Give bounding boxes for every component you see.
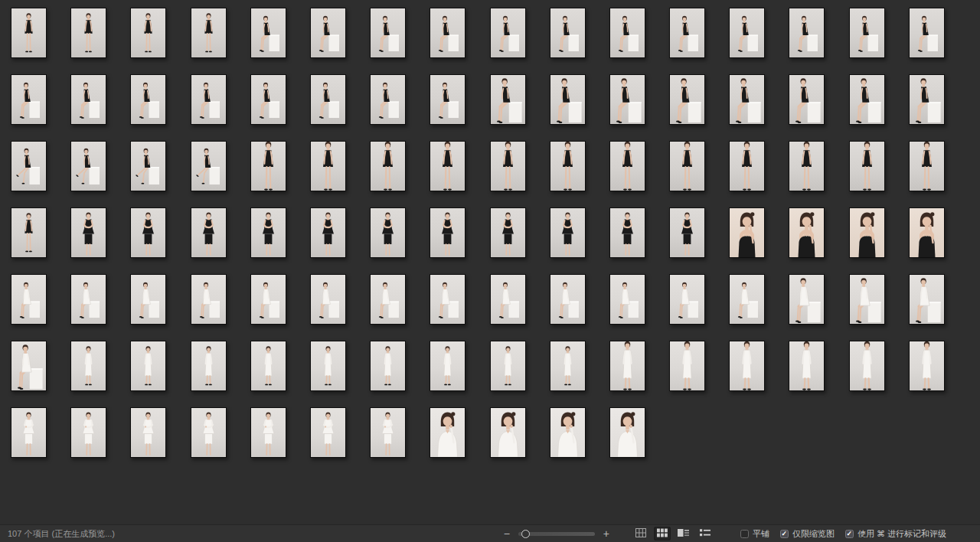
details-view-button[interactable]: [675, 527, 692, 540]
grid-lock-view-button[interactable]: [632, 527, 649, 540]
thumbnail[interactable]: [490, 207, 526, 258]
thumbnail[interactable]: [789, 141, 825, 191]
thumbnail[interactable]: [430, 141, 466, 191]
thumbnail[interactable]: [490, 407, 526, 458]
slider-knob[interactable]: [521, 530, 530, 538]
thumbnail[interactable]: [669, 207, 705, 258]
thumbnail[interactable]: [191, 141, 227, 191]
thumbnail[interactable]: [70, 274, 106, 325]
thumbnail[interactable]: [11, 207, 47, 258]
thumbnail[interactable]: [370, 207, 406, 258]
thumbnail[interactable]: [430, 207, 466, 258]
thumbnail[interactable]: [130, 407, 166, 458]
thumbnail[interactable]: [70, 341, 106, 391]
thumbnail[interactable]: [370, 141, 406, 191]
thumbnail[interactable]: [669, 341, 705, 391]
thumbnail[interactable]: [849, 341, 885, 391]
thumbnail[interactable]: [789, 274, 825, 325]
option-thumbnails-only[interactable]: 仅限缩览图: [780, 528, 835, 540]
thumbnail[interactable]: [729, 8, 765, 58]
thumbnail[interactable]: [310, 8, 346, 58]
thumbnail[interactable]: [250, 74, 286, 125]
thumbnail[interactable]: [609, 74, 645, 125]
thumbnail[interactable]: [191, 207, 227, 258]
thumbnail[interactable]: [130, 74, 166, 125]
thumbnail[interactable]: [669, 141, 705, 191]
thumbnail[interactable]: [550, 141, 586, 191]
thumbnail[interactable]: [250, 141, 286, 191]
thumbnail[interactable]: [609, 341, 645, 391]
thumbnail[interactable]: [669, 274, 705, 325]
slider-track[interactable]: [518, 532, 595, 536]
thumbnail[interactable]: [250, 207, 286, 258]
thumbnail[interactable]: [609, 207, 645, 258]
thumbnail[interactable]: [70, 207, 106, 258]
thumbnail[interactable]: [609, 274, 645, 325]
option-cmd-rating[interactable]: 使用 ⌘ 进行标记和评级: [845, 528, 946, 540]
thumbnail[interactable]: [130, 141, 166, 191]
thumbnail[interactable]: [909, 207, 945, 258]
thumbnail[interactable]: [909, 274, 945, 325]
thumbnail[interactable]: [310, 274, 346, 325]
thumbnail[interactable]: [191, 341, 227, 391]
thumbnail[interactable]: [310, 141, 346, 191]
thumbnail[interactable]: [11, 274, 47, 325]
thumbnail[interactable]: [849, 141, 885, 191]
thumbnail[interactable]: [191, 74, 227, 125]
thumbnail[interactable]: [430, 8, 466, 58]
thumbnail-size-slider[interactable]: [518, 529, 595, 538]
thumbnail[interactable]: [130, 207, 166, 258]
thumbnail[interactable]: [789, 8, 825, 58]
thumbnail[interactable]: [789, 341, 825, 391]
thumbnail[interactable]: [550, 407, 586, 458]
thumbnail[interactable]: [550, 274, 586, 325]
thumbnail[interactable]: [550, 207, 586, 258]
thumbnail[interactable]: [609, 8, 645, 58]
thumbnail[interactable]: [191, 407, 227, 458]
tile-checkbox[interactable]: [740, 530, 749, 538]
thumbnail[interactable]: [430, 74, 466, 125]
thumbnail[interactable]: [11, 8, 47, 58]
thumbnail[interactable]: [490, 74, 526, 125]
thumbnail[interactable]: [729, 341, 765, 391]
thumbnail[interactable]: [370, 341, 406, 391]
thumbnail[interactable]: [430, 274, 466, 325]
zoom-in-button[interactable]: +: [601, 528, 612, 539]
thumbnail[interactable]: [490, 274, 526, 325]
thumbnail[interactable]: [370, 8, 406, 58]
thumbnail[interactable]: [909, 141, 945, 191]
thumbnail[interactable]: [430, 407, 466, 458]
list-view-button[interactable]: [697, 527, 714, 540]
thumbnail[interactable]: [310, 74, 346, 125]
thumbnail[interactable]: [789, 74, 825, 125]
thumbnail[interactable]: [250, 8, 286, 58]
thumbnail[interactable]: [70, 407, 106, 458]
option-tile[interactable]: 平铺: [740, 528, 769, 540]
thumbnail[interactable]: [729, 141, 765, 191]
thumbnail[interactable]: [11, 74, 47, 125]
thumbnail[interactable]: [609, 141, 645, 191]
thumbnail[interactable]: [849, 74, 885, 125]
thumbnail[interactable]: [430, 341, 466, 391]
thumbnail[interactable]: [609, 407, 645, 458]
thumbnail[interactable]: [669, 8, 705, 58]
thumbnail[interactable]: [70, 8, 106, 58]
cmd-rating-checkbox[interactable]: [845, 530, 854, 538]
thumbnail[interactable]: [490, 341, 526, 391]
thumbnail[interactable]: [191, 274, 227, 325]
zoom-out-button[interactable]: −: [501, 528, 512, 539]
thumbnail[interactable]: [729, 74, 765, 125]
thumbnail[interactable]: [310, 407, 346, 458]
thumbnail[interactable]: [550, 341, 586, 391]
thumbnail[interactable]: [310, 207, 346, 258]
thumbnail[interactable]: [909, 341, 945, 391]
thumbnail[interactable]: [310, 341, 346, 391]
thumbnail[interactable]: [11, 341, 47, 391]
thumbnail[interactable]: [250, 274, 286, 325]
thumbnail[interactable]: [849, 207, 885, 258]
thumbnails-only-checkbox[interactable]: [780, 530, 789, 538]
thumbnail[interactable]: [130, 274, 166, 325]
thumbnail[interactable]: [370, 274, 406, 325]
thumbnail[interactable]: [729, 207, 765, 258]
thumbnail[interactable]: [130, 8, 166, 58]
